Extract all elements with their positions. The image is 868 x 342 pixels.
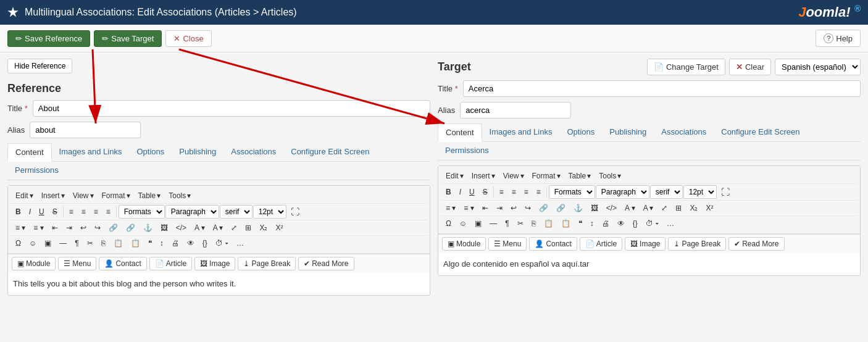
ref-media-button[interactable]: ▣ [41,237,55,249]
target-format-menu[interactable]: Format ▾ [528,170,564,182]
target-codesample-button[interactable]: {} [629,217,641,230]
ref-print-button[interactable]: 🖨 [168,237,183,249]
target-article-btn[interactable]: 📄 Article [580,237,622,251]
target-underline-button[interactable]: U [465,186,478,198]
target-readmore-btn[interactable]: ✔ Read More [728,237,784,251]
target-blockquote-button[interactable]: ❝ [575,217,586,230]
target-cut-button[interactable]: ✂ [514,217,527,230]
ref-undo-button[interactable]: ↩ [77,222,90,234]
ref-article-btn[interactable]: 📄 Article [149,257,192,270]
ref-preview-button[interactable]: 👁 [183,237,198,249]
ref-formats-select[interactable]: Formats [119,205,165,219]
ref-sub-button[interactable]: X₂ [256,222,271,234]
target-insert-menu[interactable]: Insert ▾ [468,170,499,182]
hide-reference-button[interactable]: Hide Reference [7,59,72,73]
ref-expand-button[interactable]: ⤢ [227,222,241,234]
ref-more-button[interactable]: … [233,237,248,249]
ref-pastetext-button[interactable]: 📋 [127,237,144,249]
language-select[interactable]: Spanish (español) [775,59,861,75]
ref-strike-button[interactable]: S [49,206,61,218]
ref-contact-btn[interactable]: 👤 Contact [99,257,146,270]
tab-target-images[interactable]: Images and Links [482,123,560,141]
ref-align-justify-button[interactable]: ≡ [102,206,114,218]
target-outdent-button[interactable]: ⇤ [478,202,492,214]
target-link-button[interactable]: 🔗 [535,202,552,214]
target-align-left[interactable]: ≡ [496,186,507,198]
ref-ul-button[interactable]: ≡ ▾ [12,222,29,234]
ref-format-menu[interactable]: Format ▾ [98,190,134,202]
target-image-button[interactable]: 🖼 [587,202,602,214]
tab-target-content[interactable]: Content [438,123,482,142]
ref-omega-button[interactable]: Ω [12,237,25,249]
ref-paragraph-select[interactable]: Paragraph [165,205,219,219]
ref-sup-button[interactable]: X² [272,222,286,234]
save-reference-button[interactable]: ✏ Save Reference [7,30,90,47]
target-unlink-button[interactable]: 🔗 [553,202,569,214]
target-anchor-button[interactable]: ⚓ [570,202,586,214]
target-hr-button[interactable]: — [486,217,501,230]
target-paste-button[interactable]: 📋 [540,217,557,230]
target-title-input[interactable] [463,80,861,97]
tab-target-permissions[interactable]: Permissions [438,142,496,160]
target-align-right[interactable]: ≡ [520,186,532,198]
ref-timer-button[interactable]: ⏱ ▾ [212,237,232,249]
target-edit-menu[interactable]: Edit ▾ [442,170,467,182]
ref-tools-menu[interactable]: Tools ▾ [165,190,194,202]
target-strike-button[interactable]: S [479,186,491,198]
ref-table-menu[interactable]: Table ▾ [135,190,165,202]
target-media-button[interactable]: ▣ [471,217,485,230]
target-ul-button[interactable]: ≡ ▾ [442,202,459,214]
ref-indent-button[interactable]: ⇥ [62,222,76,234]
target-copy-button[interactable]: ⎘ [528,217,540,230]
ref-link-button[interactable]: 🔗 [105,222,122,234]
ref-pagebreak-button[interactable]: ↕ [156,237,167,249]
change-target-button[interactable]: 📄 Change Target [647,59,725,75]
target-expand-button[interactable]: ⤢ [657,202,671,214]
ref-cut-button[interactable]: ✂ [83,237,97,249]
target-paragraph-select[interactable]: Paragraph [596,185,649,199]
ref-outdent-button[interactable]: ⇤ [48,222,62,234]
target-ol-button[interactable]: ≡ ▾ [460,202,477,214]
target-pagebreak-button[interactable]: ↕ [586,217,598,230]
ref-table2-button[interactable]: ⊞ [241,222,255,234]
tab-ref-options[interactable]: Options [129,143,172,161]
target-align-center[interactable]: ≡ [508,186,520,198]
ref-bgcolor-button[interactable]: A ▾ [209,222,227,234]
ref-underline-button[interactable]: U [35,206,48,218]
reference-alias-input[interactable] [30,122,141,138]
target-module-btn[interactable]: ▣ Module [442,237,486,251]
reference-title-input[interactable] [33,100,430,117]
target-size-select[interactable]: 12pt [683,185,717,199]
target-view-menu[interactable]: View ▾ [499,170,528,182]
ref-module-btn[interactable]: ▣ Module [12,257,56,270]
ref-font-select[interactable]: serif [220,205,252,219]
tab-target-associations[interactable]: Associations [654,123,714,141]
target-table-menu[interactable]: Table ▾ [565,170,595,182]
target-preview-button[interactable]: 👁 [614,217,628,230]
tab-ref-associations[interactable]: Associations [223,143,283,161]
target-print-button[interactable]: 🖨 [598,217,613,230]
ref-view-menu[interactable]: View ▾ [69,190,98,202]
ref-hr-button[interactable]: — [56,237,70,249]
target-bgcolor-button[interactable]: A ▾ [640,202,657,214]
tab-ref-configure[interactable]: Configure Edit Screen [283,143,377,161]
target-align-justify[interactable]: ≡ [533,186,545,198]
target-code-button[interactable]: </> [603,202,620,214]
target-tools-menu[interactable]: Tools ▾ [595,170,625,182]
target-fullscreen-button[interactable]: ⛶ [717,185,733,199]
ref-align-left-button[interactable]: ≡ [65,206,77,218]
ref-emoji-button[interactable]: ☺ [25,237,40,249]
close-button[interactable]: ✕ Close [165,30,211,47]
target-indent-button[interactable]: ⇥ [493,202,506,214]
ref-code-button[interactable]: </> [172,222,190,234]
target-omega-button[interactable]: Ω [442,217,455,230]
ref-image-insert-btn[interactable]: 🖼 Image [194,257,235,270]
ref-unlink-button[interactable]: 🔗 [122,222,139,234]
target-formats-select[interactable]: Formats [549,185,595,199]
ref-menu-btn[interactable]: ☰ Menu [58,257,96,270]
target-pastetext-button[interactable]: 📋 [557,217,574,230]
target-pagebreak-insert-btn[interactable]: ⤓ Page Break [668,237,726,251]
target-sup-button[interactable]: X² [702,202,717,214]
ref-paragraph2-button[interactable]: ¶ [71,237,82,249]
ref-align-center-button[interactable]: ≡ [78,206,90,218]
